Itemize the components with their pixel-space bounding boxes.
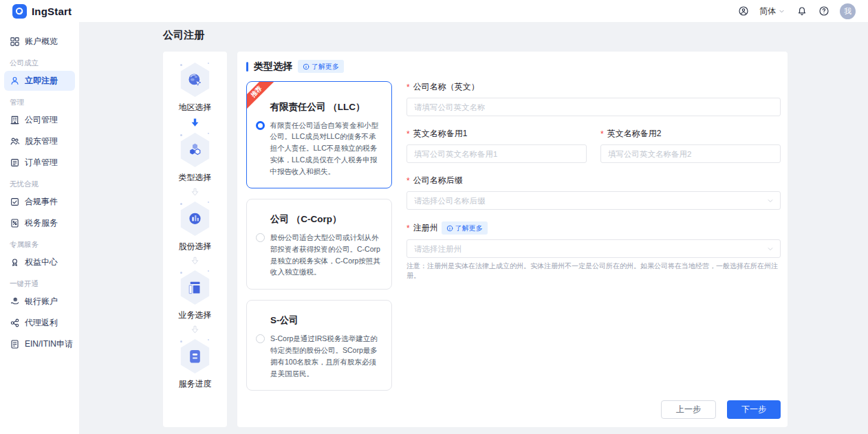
sidebar-item-label: 银行账户 — [25, 296, 58, 307]
learn-more-label: 了解更多 — [312, 62, 339, 72]
brand-name: IngStart — [32, 6, 72, 17]
avatar[interactable]: 我 — [840, 3, 856, 19]
business-icon — [186, 279, 204, 297]
type-card-title: 公司 （C-Corp） — [270, 213, 382, 226]
sidebar-item-label: 税务服务 — [25, 217, 58, 229]
benefit-icon — [10, 257, 20, 268]
sidebar-item-ein-itin[interactable]: EIN/ITIN申请 — [4, 334, 75, 354]
learn-more-badge[interactable]: 了解更多 — [298, 60, 344, 73]
required-asterisk: * — [406, 176, 410, 186]
order-icon — [10, 158, 20, 168]
accent-bar — [246, 62, 248, 72]
ein-icon — [10, 339, 20, 349]
person-icon — [10, 76, 20, 86]
type-card-llc[interactable]: 推荐有限责任公司 （LLC）有限责任公司适合自筹资金和小型公司。LLC成员对LL… — [246, 81, 392, 188]
radio-button[interactable] — [256, 121, 265, 130]
type-cards: 推荐有限责任公司 （LLC）有限责任公司适合自筹资金和小型公司。LLC成员对LL… — [246, 81, 392, 391]
sidebar-item-label: 权益中心 — [25, 257, 58, 268]
radio-button[interactable] — [256, 334, 265, 343]
type-card-description: 有限责任公司适合自筹资金和小型公司。LLC成员对LLC的债务不承担个人责任。LL… — [270, 120, 383, 177]
type-card-c-corp[interactable]: 公司 （C-Corp）股份公司适合大型公司或计划从外部投资者获得投资的公司。C-… — [246, 199, 392, 290]
sidebar-item-register[interactable]: 立即注册 — [4, 71, 75, 91]
suffix-label: * 公司名称后缀 — [406, 175, 781, 186]
type-card-title: S-公司 — [270, 314, 382, 327]
chevron-down-icon — [778, 8, 785, 15]
step-label: 股份选择 — [179, 241, 212, 252]
sidebar-item-label: 合规事件 — [25, 196, 58, 208]
sidebar-item-benefits-center[interactable]: 权益中心 — [4, 252, 75, 272]
sidebar-section-label: 管理 — [10, 98, 69, 107]
step-arrow-hollow-icon — [191, 188, 199, 197]
sidebar-item-overview[interactable]: 账户概览 — [4, 32, 75, 52]
sidebar-item-order-management[interactable]: 订单管理 — [4, 153, 75, 173]
registration-panel: 类型选择 了解更多 推荐有限责任公司 （LLC）有限责任公司适合自筹资金和小型公… — [237, 52, 788, 427]
step-label: 业务选择 — [179, 310, 212, 321]
sidebar-section-label: 一键开通 — [10, 279, 69, 289]
state-learn-more-badge[interactable]: 了解更多 — [442, 221, 488, 235]
shareholders-icon — [10, 136, 20, 147]
bell-icon[interactable] — [796, 6, 807, 17]
language-switcher[interactable]: 简体 — [759, 6, 785, 17]
wizard-footer: 上一步 下一步 — [661, 400, 781, 419]
company-form: * 公司名称（英文） * 英文名称备用1 — [406, 81, 781, 391]
stepper: 地区选择类型选择股份选择业务选择服务进度 — [163, 52, 227, 427]
bank-icon — [10, 296, 20, 307]
app-root: IngStart 简体 我 账户概览公司成立立即注册管理公司管理股东管理订单管理… — [0, 0, 868, 434]
step-地区选择: 地区选择 — [179, 63, 212, 113]
sidebar-item-label: 股东管理 — [25, 135, 58, 147]
suffix-select[interactable] — [406, 191, 781, 210]
info-icon — [446, 225, 453, 232]
type-section-header: 类型选择 了解更多 — [246, 60, 781, 73]
cubes-icon — [186, 141, 204, 160]
sidebar-section-label: 专属服务 — [10, 240, 69, 250]
globe-icon — [186, 71, 204, 89]
customer-service-icon[interactable] — [737, 6, 749, 17]
state-select[interactable] — [406, 239, 781, 258]
required-asterisk: * — [406, 129, 410, 139]
state-learn-more-label: 了解更多 — [455, 224, 483, 233]
grid-icon — [10, 36, 20, 47]
radio-button[interactable] — [256, 233, 265, 242]
help-icon[interactable] — [818, 6, 829, 17]
alt-name2-label: * 英文名称备用2 — [600, 128, 781, 140]
sidebar-item-compliance-events[interactable]: 合规事件 — [4, 192, 75, 212]
sidebar-item-tax-services[interactable]: 税务服务 — [4, 213, 75, 233]
sidebar-item-bank-account[interactable]: 银行账户 — [4, 292, 75, 312]
step-类型选择: 类型选择 — [179, 133, 212, 184]
next-step-button[interactable]: 下一步 — [727, 400, 781, 419]
type-card-description: 股份公司适合大型公司或计划从外部投资者获得投资的公司。C-Corp是独立的税务实… — [270, 232, 382, 278]
step-label: 地区选择 — [179, 102, 212, 113]
step-arrow-solid-icon — [190, 118, 200, 128]
step-arrow-hollow-icon — [191, 257, 199, 265]
required-asterisk: * — [406, 224, 410, 233]
page-title: 公司注册 — [163, 29, 204, 42]
brand-logo[interactable]: IngStart — [12, 4, 72, 19]
info-icon — [303, 63, 310, 70]
header-actions: 简体 我 — [737, 3, 856, 19]
step-label: 类型选择 — [179, 172, 212, 184]
language-label: 简体 — [759, 6, 776, 17]
sidebar-item-company-management[interactable]: 公司管理 — [4, 110, 75, 130]
type-card-title: 有限责任公司 （LLC） — [270, 101, 383, 113]
prev-step-button[interactable]: 上一步 — [661, 400, 716, 419]
sidebar-item-label: 订单管理 — [25, 157, 58, 169]
type-section-title: 类型选择 — [254, 61, 292, 73]
required-asterisk: * — [406, 83, 410, 92]
sidebar-item-agent-rebate[interactable]: 代理返利 — [4, 313, 75, 333]
state-label: * 注册州 了解更多 — [406, 221, 781, 235]
type-card-s-corp[interactable]: S-公司S-Corp是通过IRS税务选举建立的特定类型的股份公司。SCorp最多… — [246, 300, 392, 391]
tax-icon — [10, 218, 20, 228]
alt-name1-input[interactable] — [406, 144, 587, 163]
sidebar-item-label: 账户概览 — [25, 36, 58, 47]
content-area: 公司注册 地区选择类型选择股份选择业务选择服务进度 类型选择 了解更多 推荐有限… — [79, 22, 868, 434]
company-name-input[interactable] — [406, 98, 781, 116]
type-card-description: S-Corp是通过IRS税务选举建立的特定类型的股份公司。SCorp最多拥有10… — [270, 333, 382, 379]
alt-name2-input[interactable] — [600, 144, 781, 163]
sidebar-item-shareholder-management[interactable]: 股东管理 — [4, 131, 75, 151]
company-name-label: * 公司名称（英文） — [406, 81, 781, 93]
compliance-icon — [10, 197, 20, 207]
company-icon — [10, 115, 20, 125]
sidebar: 账户概览公司成立立即注册管理公司管理股东管理订单管理无忧合规合规事件税务服务专属… — [0, 22, 79, 434]
rebate-icon — [10, 318, 20, 328]
step-服务进度: 服务进度 — [179, 339, 212, 390]
